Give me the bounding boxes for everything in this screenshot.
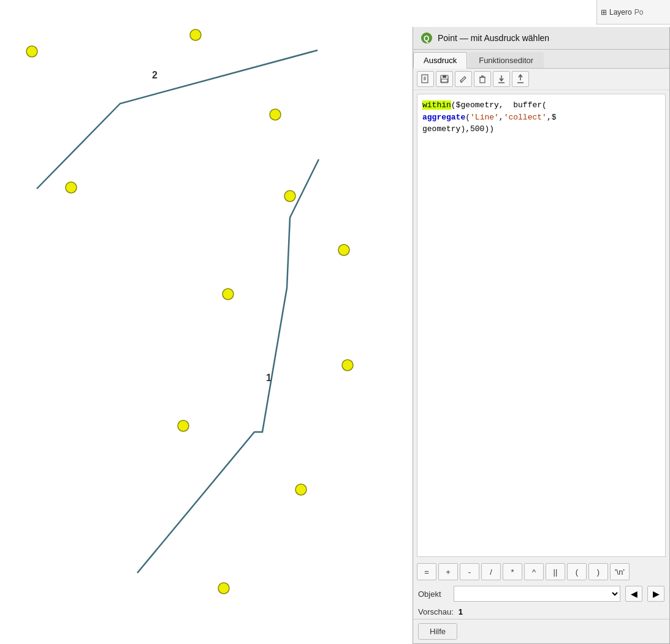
map-point (295, 484, 306, 495)
edit-expression-button[interactable] (455, 71, 472, 87)
dialog-tabs: Ausdruck Funktionseditor (413, 50, 669, 69)
dialog-title: Point — mit Ausdruck wählen (438, 33, 549, 43)
line-2 (37, 50, 318, 189)
map-point (338, 244, 349, 256)
new-file-icon (421, 74, 430, 84)
svg-rect-8 (441, 79, 447, 82)
line-1 (137, 159, 319, 573)
prev-feature-button[interactable]: ◀ (625, 586, 642, 602)
edit-icon (459, 74, 468, 84)
map-point (223, 289, 234, 300)
editor-toolbar (413, 69, 669, 90)
code-line-2: aggregate('Line','collect',$ (422, 112, 660, 124)
map-point (190, 29, 201, 40)
export-expression-button[interactable] (512, 71, 529, 87)
svg-rect-10 (480, 77, 485, 83)
import-expression-button[interactable] (493, 71, 510, 87)
new-expression-button[interactable] (417, 71, 434, 87)
export-icon (516, 74, 525, 84)
objekt-label: Objekt (418, 589, 449, 599)
map-point (342, 360, 353, 371)
hilfe-button[interactable]: Hilfe (418, 623, 457, 640)
code-line-1: within($geometry, buffer( (422, 99, 660, 112)
delete-icon (478, 74, 487, 84)
svg-rect-7 (443, 75, 446, 78)
svg-text:Q: Q (424, 34, 429, 43)
line-2-label: 2 (152, 70, 158, 80)
tab-ausdruck[interactable]: Ausdruck (413, 52, 467, 69)
op-caret[interactable]: ^ (524, 563, 544, 580)
save-icon (440, 74, 449, 84)
op-close-paren[interactable]: ) (588, 563, 608, 580)
delete-expression-button[interactable] (474, 71, 491, 87)
op-open-paren[interactable]: ( (567, 563, 587, 580)
map-point (66, 182, 77, 193)
layer-panel-snippet: ⊞ Layero Po (596, 0, 670, 25)
map-point (26, 46, 37, 57)
op-or[interactable]: || (546, 563, 565, 580)
next-feature-button[interactable]: ▶ (647, 586, 664, 602)
op-equals[interactable]: = (417, 563, 436, 580)
bottom-buttons: Hilfe (413, 619, 669, 643)
tab-funktionseditor[interactable]: Funktionseditor (468, 52, 544, 68)
vorschau-label: Vorschau: (418, 607, 454, 616)
dialog-panel: Q Point — mit Ausdruck wählen Ausdruck F… (413, 27, 670, 644)
code-line-3: geometry),500)) (422, 123, 660, 135)
objekt-select[interactable] (454, 586, 620, 602)
keyword-within: within (422, 100, 451, 110)
objekt-row: Objekt ◀ ▶ (413, 583, 669, 605)
map-svg: 2 1 (0, 0, 413, 644)
map-point (218, 583, 229, 594)
code-editor[interactable]: within($geometry, buffer( aggregate('Lin… (417, 94, 666, 557)
vorschau-value: 1 (459, 607, 463, 616)
op-newline[interactable]: '\n' (610, 563, 630, 580)
op-plus[interactable]: + (438, 563, 458, 580)
op-divide[interactable]: / (481, 563, 501, 580)
map-point (178, 420, 189, 431)
layer-grid-icon: ⊞ (601, 8, 607, 17)
import-icon (497, 74, 506, 84)
dialog-titlebar: Q Point — mit Ausdruck wählen (413, 27, 669, 50)
op-minus[interactable]: - (460, 563, 479, 580)
keyword-aggregate: aggregate (422, 113, 465, 122)
qgis-logo-icon: Q (421, 32, 433, 44)
map-point (284, 191, 295, 202)
vorschau-row: Vorschau: 1 (413, 605, 669, 619)
map-point (270, 109, 281, 120)
line-1-label: 1 (266, 373, 272, 383)
op-multiply[interactable]: * (503, 563, 522, 580)
layer-sublabel: Po (634, 8, 644, 17)
layer-label: Layero (609, 8, 632, 17)
operator-buttons: = + - / * ^ || ( ) '\n' (413, 561, 669, 583)
save-expression-button[interactable] (436, 71, 453, 87)
